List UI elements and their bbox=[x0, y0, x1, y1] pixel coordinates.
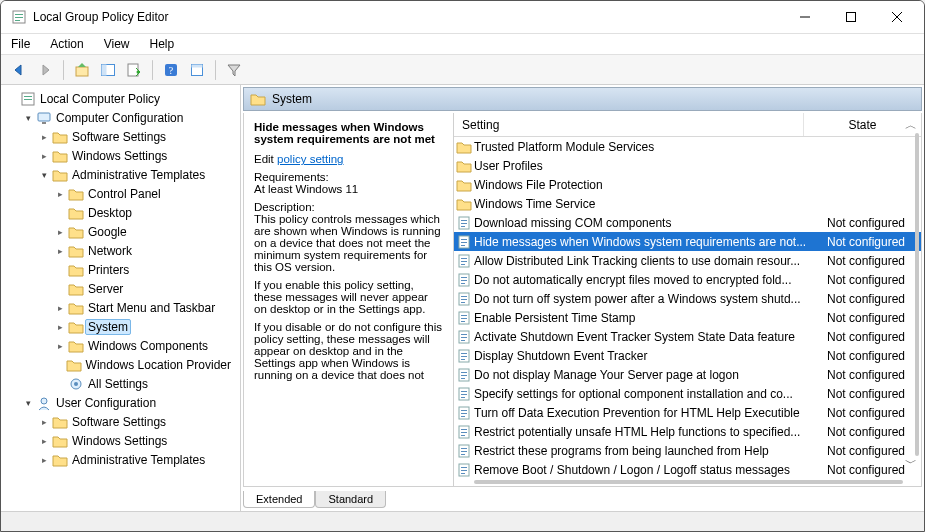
tree-windows-location[interactable]: Windows Location Provider bbox=[1, 355, 240, 374]
tree-start-menu[interactable]: ▸Start Menu and Taskbar bbox=[1, 298, 240, 317]
list-item[interactable]: Download missing COM componentsNot confi… bbox=[454, 213, 921, 232]
expand-icon[interactable]: ▾ bbox=[37, 170, 51, 180]
svg-rect-52 bbox=[461, 340, 465, 341]
expand-icon[interactable]: ▸ bbox=[37, 436, 51, 446]
filter-button[interactable] bbox=[222, 58, 246, 82]
tree-printers[interactable]: Printers bbox=[1, 260, 240, 279]
forward-button[interactable] bbox=[33, 58, 57, 82]
up-button[interactable] bbox=[70, 58, 94, 82]
svg-rect-32 bbox=[461, 245, 465, 246]
tree-root[interactable]: Local Computer Policy bbox=[1, 89, 240, 108]
export-list-button[interactable] bbox=[122, 58, 146, 82]
expand-icon[interactable]: ▸ bbox=[53, 303, 67, 313]
close-button[interactable] bbox=[874, 2, 920, 32]
list-item[interactable]: Do not automatically encrypt files moved… bbox=[454, 270, 921, 289]
list-item[interactable]: User Profiles bbox=[454, 156, 921, 175]
list-item[interactable]: Do not turn off system power after a Win… bbox=[454, 289, 921, 308]
expand-icon[interactable]: ▸ bbox=[53, 246, 67, 256]
list-item[interactable]: Remove Boot / Shutdown / Logon / Logoff … bbox=[454, 460, 921, 479]
policy-icon bbox=[454, 272, 474, 288]
settings-rows[interactable]: Trusted Platform Module ServicesUser Pro… bbox=[454, 137, 921, 486]
list-item[interactable]: Activate Shutdown Event Tracker System S… bbox=[454, 327, 921, 346]
expand-icon[interactable]: ▾ bbox=[21, 113, 35, 123]
list-item[interactable]: Enable Persistent Time StampNot configur… bbox=[454, 308, 921, 327]
tree-windows-components[interactable]: ▸Windows Components bbox=[1, 336, 240, 355]
policy-icon bbox=[454, 329, 474, 345]
menu-help[interactable]: Help bbox=[140, 34, 185, 54]
show-hide-tree-button[interactable] bbox=[96, 58, 120, 82]
list-item[interactable]: Display Shutdown Event TrackerNot config… bbox=[454, 346, 921, 365]
svg-rect-30 bbox=[461, 239, 467, 240]
tree-system[interactable]: ▸System bbox=[1, 317, 240, 336]
menu-file[interactable]: File bbox=[1, 34, 40, 54]
expand-icon[interactable]: ▸ bbox=[37, 132, 51, 142]
expand-icon[interactable]: ▸ bbox=[37, 417, 51, 427]
scroll-up-icon[interactable]: ︿ bbox=[905, 117, 919, 134]
svg-rect-48 bbox=[461, 321, 465, 322]
list-item[interactable]: Trusted Platform Module Services bbox=[454, 137, 921, 156]
column-setting[interactable]: Setting bbox=[454, 113, 804, 136]
tree-admin-templates[interactable]: ▾Administrative Templates bbox=[1, 165, 240, 184]
tree-icon bbox=[51, 434, 69, 448]
minimize-button[interactable] bbox=[782, 2, 828, 32]
tree-network[interactable]: ▸Network bbox=[1, 241, 240, 260]
back-button[interactable] bbox=[7, 58, 31, 82]
horizontal-scrollbar[interactable] bbox=[474, 480, 903, 484]
tree-icon bbox=[66, 358, 83, 372]
edit-policy-link[interactable]: policy setting bbox=[277, 153, 343, 165]
list-item[interactable]: Restrict potentially unsafe HTML Help fu… bbox=[454, 422, 921, 441]
scroll-track[interactable] bbox=[915, 133, 919, 456]
tree-computer-configuration[interactable]: ▾Computer Configuration bbox=[1, 108, 240, 127]
menu-action[interactable]: Action bbox=[40, 34, 93, 54]
list-item[interactable]: Windows File Protection bbox=[454, 175, 921, 194]
setting-name: Activate Shutdown Event Tracker System S… bbox=[474, 330, 821, 344]
scroll-down-icon[interactable]: ﹀ bbox=[905, 455, 919, 472]
tree-all-settings[interactable]: All Settings bbox=[1, 374, 240, 393]
list-item[interactable]: Windows Time Service bbox=[454, 194, 921, 213]
policy-icon bbox=[454, 424, 474, 440]
list-item[interactable]: Do not display Manage Your Server page a… bbox=[454, 365, 921, 384]
tab-standard[interactable]: Standard bbox=[315, 491, 386, 508]
column-state[interactable]: State bbox=[804, 113, 921, 136]
svg-rect-71 bbox=[461, 432, 467, 433]
expand-icon[interactable]: ▾ bbox=[21, 398, 35, 408]
list-item[interactable]: Hide messages when Windows system requir… bbox=[454, 232, 921, 251]
tree-label: Control Panel bbox=[85, 186, 164, 202]
tree-control-panel[interactable]: ▸Control Panel bbox=[1, 184, 240, 203]
expand-icon[interactable]: ▸ bbox=[53, 227, 67, 237]
expand-icon[interactable]: ▸ bbox=[53, 322, 67, 332]
navigation-tree[interactable]: Local Computer Policy▾Computer Configura… bbox=[1, 85, 241, 511]
folder-icon bbox=[454, 159, 474, 173]
column-headers[interactable]: Setting State bbox=[454, 113, 921, 137]
maximize-button[interactable] bbox=[828, 2, 874, 32]
statusbar bbox=[1, 511, 924, 531]
svg-rect-2 bbox=[15, 17, 23, 18]
tree-software-settings[interactable]: ▸Software Settings bbox=[1, 127, 240, 146]
setting-name: Download missing COM components bbox=[474, 216, 821, 230]
tree-user-configuration[interactable]: ▾User Configuration bbox=[1, 393, 240, 412]
tree-user-software-settings[interactable]: ▸Software Settings bbox=[1, 412, 240, 431]
svg-point-24 bbox=[41, 398, 47, 404]
tree-user-windows-settings[interactable]: ▸Windows Settings bbox=[1, 431, 240, 450]
help-button[interactable]: ? bbox=[159, 58, 183, 82]
properties-button[interactable] bbox=[185, 58, 209, 82]
tab-extended[interactable]: Extended bbox=[243, 491, 315, 508]
expand-icon[interactable]: ▸ bbox=[53, 341, 67, 351]
svg-rect-74 bbox=[461, 448, 467, 449]
tree-windows-settings[interactable]: ▸Windows Settings bbox=[1, 146, 240, 165]
tree-server[interactable]: Server bbox=[1, 279, 240, 298]
setting-name: Display Shutdown Event Tracker bbox=[474, 349, 821, 363]
tree-google[interactable]: ▸Google bbox=[1, 222, 240, 241]
list-item[interactable]: Specify settings for optional component … bbox=[454, 384, 921, 403]
expand-icon[interactable]: ▸ bbox=[37, 151, 51, 161]
expand-icon[interactable]: ▸ bbox=[53, 189, 67, 199]
menu-view[interactable]: View bbox=[94, 34, 140, 54]
svg-rect-34 bbox=[461, 258, 467, 259]
list-item[interactable]: Turn off Data Execution Prevention for H… bbox=[454, 403, 921, 422]
folder-icon bbox=[454, 197, 474, 211]
expand-icon[interactable]: ▸ bbox=[37, 455, 51, 465]
tree-user-admin-templates[interactable]: ▸Administrative Templates bbox=[1, 450, 240, 469]
list-item[interactable]: Allow Distributed Link Tracking clients … bbox=[454, 251, 921, 270]
tree-desktop[interactable]: Desktop bbox=[1, 203, 240, 222]
list-item[interactable]: Restrict these programs from being launc… bbox=[454, 441, 921, 460]
